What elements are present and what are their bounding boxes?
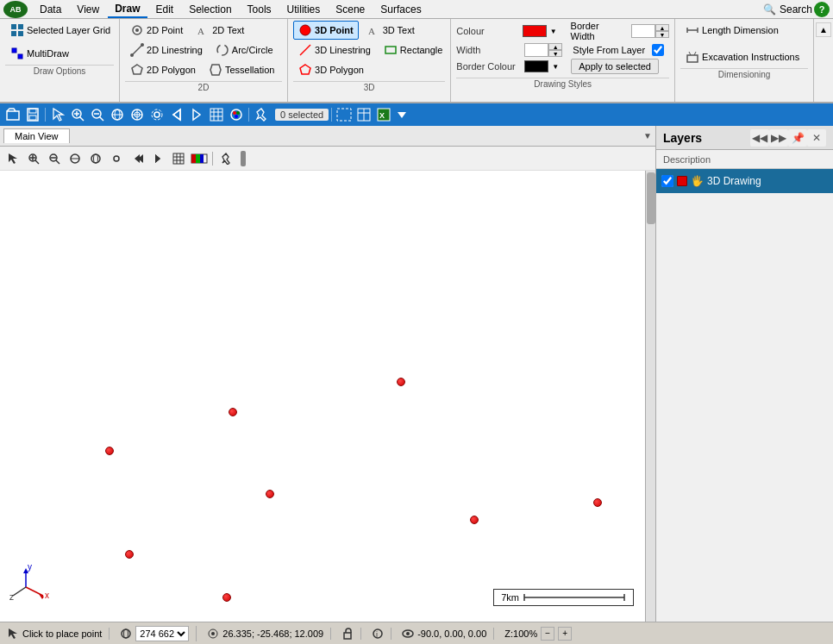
svg-rect-89 — [191, 154, 196, 163]
gear-button[interactable] — [147, 106, 166, 123]
ct-zoom-out[interactable] — [45, 150, 64, 167]
zoom-minus-button[interactable]: − — [541, 627, 554, 641]
layers-title: Layers — [663, 131, 750, 145]
layers-pin[interactable]: 📌 — [788, 129, 807, 147]
icon-toolbar: 0 selected X — [0, 103, 833, 126]
coordinate-dropdown[interactable]: 274 662 — [135, 626, 189, 641]
folder-open-icon — [6, 108, 20, 122]
width-input[interactable]: 1 — [524, 43, 548, 57]
zoom-in-button[interactable] — [68, 106, 87, 123]
status-click-label: Click to place point — [22, 628, 102, 639]
ct-zoom-in[interactable] — [24, 150, 43, 167]
selection-tool1[interactable] — [335, 106, 354, 123]
excel-button[interactable]: X — [374, 106, 393, 123]
3d-group: 3D Point A 3D Text 3D Linestring Rectang… — [288, 19, 451, 102]
grid-toggle-button[interactable] — [207, 106, 226, 123]
menu-utilities[interactable]: Utilities — [280, 2, 328, 17]
layers-header: Layers ◀◀ ▶▶ 📌 ✕ — [656, 126, 833, 150]
more-dropdown[interactable] — [396, 109, 408, 121]
colour-picker[interactable] — [523, 25, 546, 37]
3d-point-button[interactable]: 3D Point — [293, 21, 359, 40]
menu-data[interactable]: Data — [33, 2, 68, 17]
excavation-button[interactable]: Excavation Instructions — [680, 47, 805, 66]
layer-item-3d-drawing[interactable]: 🖐 3D Drawing — [656, 169, 833, 193]
layers-collapse-left[interactable]: ◀◀ — [750, 129, 769, 147]
ct-sep — [212, 152, 213, 166]
menu-surfaces[interactable]: Surfaces — [373, 2, 428, 17]
menu-edit[interactable]: Edit — [149, 2, 181, 17]
layers-close[interactable]: ✕ — [807, 129, 826, 147]
tab-scroll-arrow[interactable]: ▼ — [643, 131, 652, 141]
pointer-tool[interactable] — [48, 106, 67, 123]
zoom-out-button[interactable] — [88, 106, 107, 123]
layer-checkbox[interactable] — [661, 175, 673, 187]
search-area: 🔍 Search — [763, 3, 812, 16]
width-down[interactable]: ▼ — [548, 50, 562, 57]
layers-collapse-right[interactable]: ▶▶ — [769, 129, 788, 147]
border-width-up[interactable]: ▲ — [655, 24, 669, 31]
width-up[interactable]: ▲ — [548, 43, 562, 50]
svg-line-32 — [80, 117, 85, 122]
2d-polygon-icon — [130, 63, 144, 77]
svg-marker-19 — [300, 65, 310, 74]
help-button[interactable]: ? — [814, 2, 830, 17]
globe-button1[interactable] — [108, 106, 127, 123]
save-button[interactable] — [23, 106, 42, 123]
svg-rect-91 — [200, 154, 204, 163]
back-button[interactable] — [167, 106, 186, 123]
vertical-resize-handle[interactable] — [241, 151, 246, 166]
2d-polygon-button[interactable]: 2D Polygon — [125, 60, 201, 79]
style-from-layer-checkbox[interactable] — [652, 44, 664, 56]
3d-linestring-button[interactable]: 3D Linestring — [293, 41, 376, 59]
2d-text-button[interactable]: A 2D Text — [191, 21, 249, 40]
menu-scene[interactable]: Scene — [329, 2, 372, 17]
globe-button2[interactable] — [128, 106, 147, 123]
ribbon-collapse-button[interactable]: ▲ — [816, 22, 831, 37]
border-width-input[interactable]: 0 — [631, 24, 655, 38]
3d-text-button[interactable]: A 3D Text — [361, 21, 420, 40]
pin-button[interactable] — [252, 106, 271, 123]
menu-draw[interactable]: Draw — [108, 1, 147, 18]
border-colour-picker[interactable] — [524, 60, 548, 72]
open-file-button[interactable] — [3, 106, 22, 123]
border-width-spinner: 0 ▲ ▼ — [631, 24, 669, 38]
apply-button[interactable]: Apply to selected — [571, 59, 659, 74]
3d-polygon-button[interactable]: 3D Polygon — [293, 60, 369, 79]
length-dimension-button[interactable]: Length Dimension — [680, 21, 784, 40]
2d-linestring-button[interactable]: 2D Linestring — [125, 41, 208, 59]
ct-grid[interactable] — [169, 150, 188, 167]
svg-marker-66 — [9, 153, 17, 164]
menu-view[interactable]: View — [70, 2, 106, 17]
zoom-plus-button[interactable]: + — [558, 627, 572, 641]
menu-selection[interactable]: Selection — [182, 2, 238, 17]
colour-dropdown-arrow[interactable]: ▼ — [550, 28, 557, 35]
border-width-down[interactable]: ▼ — [655, 31, 669, 38]
multidraw-button[interactable]: Selected Layer Grid — [5, 21, 116, 40]
ct-gear[interactable] — [107, 150, 126, 167]
scale-bar-svg — [523, 591, 626, 603]
ct-back[interactable] — [128, 150, 147, 167]
ct-globe1[interactable] — [66, 150, 85, 167]
ct-globe2[interactable] — [86, 150, 105, 167]
vertical-scrollbar[interactable] — [645, 171, 655, 622]
svg-rect-90 — [196, 154, 200, 163]
forward-button[interactable] — [187, 106, 206, 123]
main-view-tab[interactable]: Main View — [3, 128, 70, 143]
2d-point-button[interactable]: 2D Point — [125, 21, 188, 40]
canvas-viewport[interactable]: y x z 7km — [0, 171, 655, 622]
ct-forward[interactable] — [148, 150, 167, 167]
table-button[interactable] — [354, 106, 373, 123]
rectangle-button[interactable]: Rectangle — [379, 41, 448, 59]
ct-palette[interactable] — [190, 150, 209, 167]
tessellation-button[interactable]: Tessellation — [204, 60, 279, 79]
multidraw-button2[interactable]: MultiDraw — [5, 44, 74, 63]
scrollbar-thumb[interactable] — [647, 172, 655, 224]
color-button[interactable] — [227, 106, 246, 123]
arc-circle-button[interactable]: Arc/Circle — [210, 41, 279, 59]
ct-pin[interactable] — [216, 150, 235, 167]
status-xyz-seg: 26.335; -25.468; 12.009 — [207, 628, 331, 640]
width-spinner: 1 ▲ ▼ — [524, 43, 562, 57]
ct-pointer[interactable] — [3, 150, 22, 167]
menu-tools[interactable]: Tools — [241, 2, 279, 17]
border-colour-dropdown[interactable]: ▼ — [552, 63, 559, 71]
